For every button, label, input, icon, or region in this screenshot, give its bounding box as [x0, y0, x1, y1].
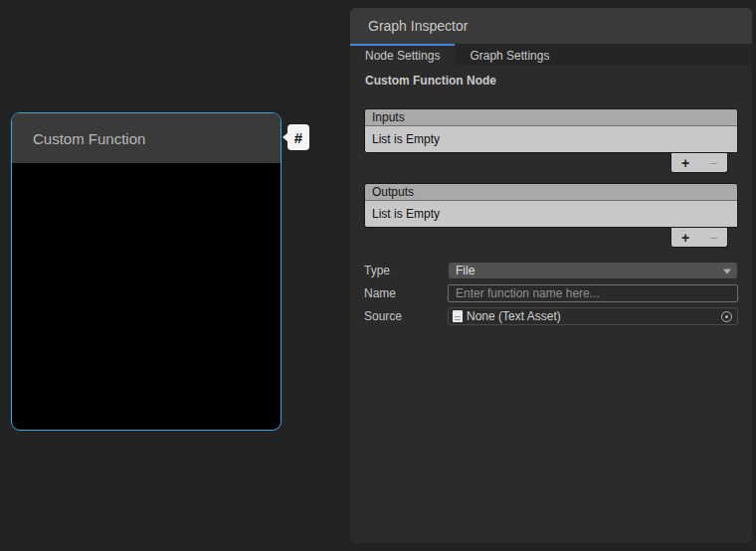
node-hash-badge[interactable]: #	[287, 124, 309, 150]
inspector-content: Custom Function Node Inputs List is Empt…	[350, 65, 752, 325]
outputs-list-footer: + −	[670, 228, 728, 248]
outputs-list-footer-row: + −	[364, 228, 738, 248]
chevron-down-icon	[723, 270, 731, 275]
outputs-list-box: Outputs List is Empty	[364, 183, 738, 228]
outputs-add-button[interactable]: +	[678, 231, 692, 245]
text-asset-icon	[453, 310, 463, 322]
object-picker-icon[interactable]	[721, 311, 732, 322]
name-label: Name	[364, 286, 448, 300]
inspector-tab-bar: Node Settings Graph Settings	[350, 44, 752, 65]
outputs-list: Outputs List is Empty + −	[364, 183, 738, 248]
node-preview-body	[12, 164, 281, 429]
custom-function-node[interactable]: Custom Function	[11, 112, 282, 431]
node-settings-heading: Custom Function Node	[365, 74, 738, 88]
outputs-list-empty-row: List is Empty	[365, 201, 737, 227]
inspector-title: Graph Inspector	[368, 18, 468, 34]
type-row: Type File	[364, 262, 738, 279]
inputs-add-button[interactable]: +	[678, 156, 692, 170]
inputs-list-empty-row: List is Empty	[365, 126, 737, 152]
hash-icon: #	[294, 129, 302, 146]
function-name-input[interactable]	[448, 284, 738, 302]
source-object-value: None (Text Asset)	[467, 309, 721, 323]
outputs-list-header: Outputs	[365, 184, 737, 201]
inputs-list-header: Inputs	[365, 109, 737, 126]
source-row: Source None (Text Asset)	[364, 307, 738, 325]
inputs-list-box: Inputs List is Empty	[364, 108, 738, 153]
graph-inspector-panel: Graph Inspector Node Settings Graph Sett…	[350, 8, 752, 543]
inputs-list-footer: + −	[670, 153, 728, 173]
tab-label: Node Settings	[365, 49, 440, 63]
name-row: Name	[364, 284, 738, 302]
node-title-bar: Custom Function	[12, 113, 281, 164]
tab-graph-settings[interactable]: Graph Settings	[455, 44, 564, 65]
node-title: Custom Function	[33, 130, 145, 147]
inputs-list: Inputs List is Empty + −	[364, 108, 738, 173]
inspector-header: Graph Inspector	[350, 8, 752, 44]
inputs-list-footer-row: + −	[364, 153, 738, 173]
type-label: Type	[364, 264, 448, 277]
source-object-field[interactable]: None (Text Asset)	[448, 307, 738, 325]
outputs-remove-button[interactable]: −	[706, 231, 720, 245]
source-label: Source	[364, 309, 448, 323]
type-dropdown[interactable]: File	[448, 262, 738, 279]
inputs-remove-button[interactable]: −	[706, 156, 720, 170]
tab-node-settings[interactable]: Node Settings	[350, 44, 455, 65]
node-fields: Type File Name Source	[364, 262, 738, 325]
type-dropdown-value: File	[456, 264, 474, 277]
tab-label: Graph Settings	[470, 49, 549, 63]
